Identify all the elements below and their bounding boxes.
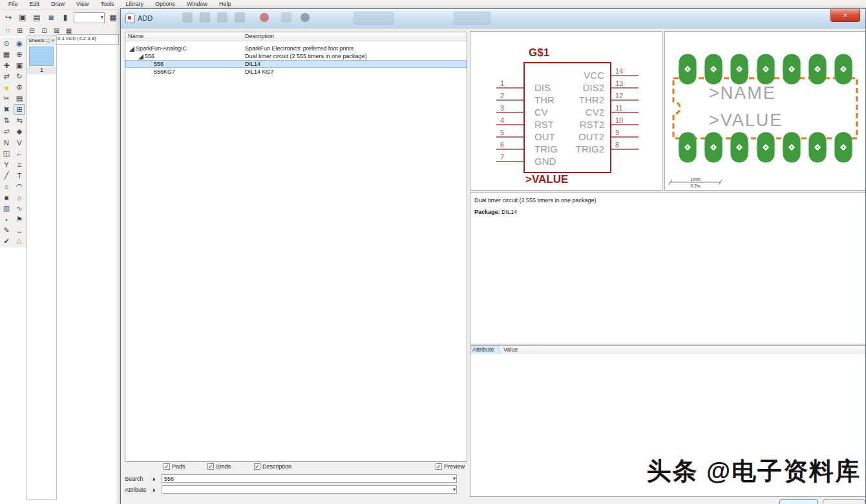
grid-dots-icon[interactable]: ∷ [3,26,12,36]
tree-item-name: 556 [154,61,164,67]
search-dropdown-arrow-icon[interactable]: ▾ [453,476,456,482]
array-icon[interactable]: ⊟ [27,26,37,36]
value-tool[interactable]: V [14,137,25,148]
save-icon[interactable]: ▣ [17,12,28,23]
scale-combo[interactable]: ▾ [74,12,105,23]
delete-tool[interactable]: ✖ [1,104,12,115]
close-button[interactable]: ✕ [830,9,860,22]
bus-tool[interactable]: ▥ [1,203,12,214]
menu-tools[interactable]: Tools [94,0,120,8]
attribute-column-header[interactable]: Attribute [470,346,500,354]
svg-text:1mm: 1mm [690,177,701,182]
tree-row-556[interactable]: 556Dual timer circuit (2 555 timers in o… [125,52,467,60]
display-tool[interactable]: ▦ [1,49,12,60]
column-header-description[interactable]: Description [245,33,274,39]
cut-tool[interactable]: ✂ [1,93,12,104]
tree-expand-icon[interactable] [129,47,134,52]
net-tool[interactable]: ∿ [14,203,25,214]
sheet-number[interactable]: 1 [27,67,56,74]
clipboard-icon[interactable]: ▮ [59,12,71,23]
dialog-titlebar[interactable]: ADD ✕ [121,9,865,28]
name-tool[interactable]: N [1,137,12,148]
sheet-thumbnail[interactable] [29,47,54,66]
rect-tool[interactable]: ■ [1,192,12,203]
attribute-row: Attribute ◗ ▾ [125,485,466,494]
mark-tool[interactable]: ⊕ [14,49,25,60]
miter-tool[interactable]: ⌐ [14,148,25,159]
tree-expand-icon[interactable] [138,54,143,59]
show-tool[interactable]: ◉ [14,38,25,49]
sheets-panel-header[interactable]: Sheets ◱✕ [27,36,56,45]
search-history-icon[interactable]: ◗ [152,475,156,483]
tree-row-556[interactable]: 556DIL14 [125,60,467,68]
smds-checkbox[interactable]: ✓ [207,463,214,470]
rotate-tool[interactable]: ↻ [14,71,25,82]
cancel-button[interactable] [823,499,865,504]
copy-tool[interactable]: ▣ [14,60,25,71]
group-tool[interactable]: ■ [1,82,12,93]
circle-tool[interactable]: ○ [1,181,12,192]
move-tool[interactable]: ✚ [1,60,12,71]
open-icon[interactable]: ↪ [3,12,14,23]
arc-tool[interactable]: ◠ [14,181,25,192]
polygon-tool[interactable]: ⌂ [14,192,25,203]
column-header-name[interactable]: Name [128,33,143,39]
ok-button[interactable] [779,499,818,504]
print-icon[interactable]: ▤ [31,12,43,23]
menu-library[interactable]: Library [120,0,149,8]
text-tool[interactable]: T [14,170,25,181]
menu-window[interactable]: Window [181,0,213,8]
wire-tool[interactable]: ╱ [1,170,12,181]
replace-tool[interactable]: ⇌ [1,126,12,137]
menu-options[interactable]: Options [149,0,181,8]
undock-icon[interactable]: ◱ [47,38,51,43]
svg-text:VCC: VCC [584,70,604,81]
attribute-tool[interactable]: ✎ [1,225,12,236]
lock-tool[interactable]: ◆ [14,126,25,137]
close-panel-icon[interactable]: ✕ [51,38,55,43]
pinswap-tool[interactable]: ⇅ [1,115,12,126]
frame-icon[interactable]: ⊞ [15,26,25,36]
split-tool[interactable]: Y [1,159,12,170]
dimension-tool[interactable]: ↔ [14,225,25,236]
combo-arrow-icon[interactable]: ▾ [101,14,103,21]
attribute-input[interactable]: ▾ [162,485,457,494]
svg-text:11: 11 [615,104,622,112]
add-tool[interactable]: ⊞ [14,104,25,115]
close-icon: ✕ [843,12,848,19]
svg-text:>VALUE: >VALUE [709,110,783,130]
tree-row-SparkFun-AnalogIC[interactable]: SparkFun-AnalogICSparkFun Electronics' p… [125,45,467,52]
component-tree[interactable]: Name Description SparkFun-AnalogICSparkF… [125,32,467,462]
svg-text:DIS: DIS [534,82,551,93]
errors-tool[interactable]: ⚠ [14,236,25,247]
menu-help[interactable]: Help [213,0,237,8]
tree-item-description: DIL14 [245,61,260,67]
change-tool[interactable]: ⚙ [14,82,25,93]
attribute-dropdown-arrow-icon[interactable]: ▾ [453,487,456,493]
search-input[interactable]: 556 ▾ [162,474,457,483]
info-tool[interactable]: ⊙ [1,38,12,49]
value-column-header[interactable]: Value [501,346,534,354]
attribute-history-icon[interactable]: ◗ [152,486,156,494]
export-image-icon[interactable]: ◙ [45,12,57,23]
preview-checkbox[interactable]: ✓ [436,463,442,470]
ghost-pressed-button-2 [454,12,491,25]
pin-array-icon[interactable]: ⊡ [39,26,49,36]
description-checkbox[interactable]: ✓ [254,463,260,470]
menu-file[interactable]: File [3,0,24,8]
menu-draw[interactable]: Draw [45,0,70,8]
menu-edit[interactable]: Edit [24,0,46,8]
label-tool[interactable]: ⚑ [14,214,25,225]
menu-view[interactable]: View [70,0,94,8]
mirror-tool[interactable]: ⇄ [1,71,12,82]
smash-tool[interactable]: ◫ [1,148,12,159]
erc-tool[interactable]: ✔ [1,236,12,247]
paste-tool[interactable]: ▤ [14,93,25,104]
gateswap-tool[interactable]: ⇆ [14,115,25,126]
junction-tool[interactable]: • [1,214,12,225]
pads-checkbox[interactable]: ✓ [164,463,170,470]
grid-icon[interactable]: ▦ [107,12,119,23]
pads-checkbox-label: Pads [172,463,185,470]
invoke-tool[interactable]: ≡ [14,159,25,170]
tree-row-556KG7[interactable]: 556KG7DIL14 KG7 [125,68,467,76]
